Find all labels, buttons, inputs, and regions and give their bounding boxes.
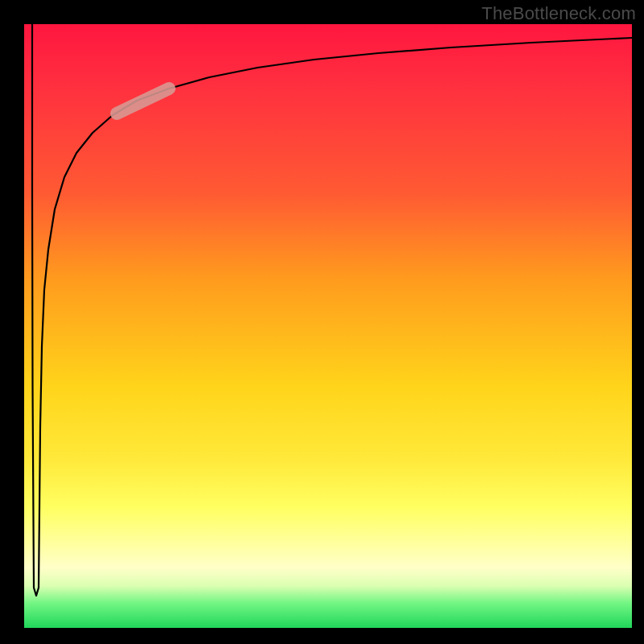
- highlight-segment: [117, 89, 169, 114]
- plot-area: [24, 24, 632, 628]
- chart-container: TheBottleneck.com: [0, 0, 644, 644]
- curve-layer: [24, 24, 632, 628]
- watermark-label: TheBottleneck.com: [481, 3, 636, 24]
